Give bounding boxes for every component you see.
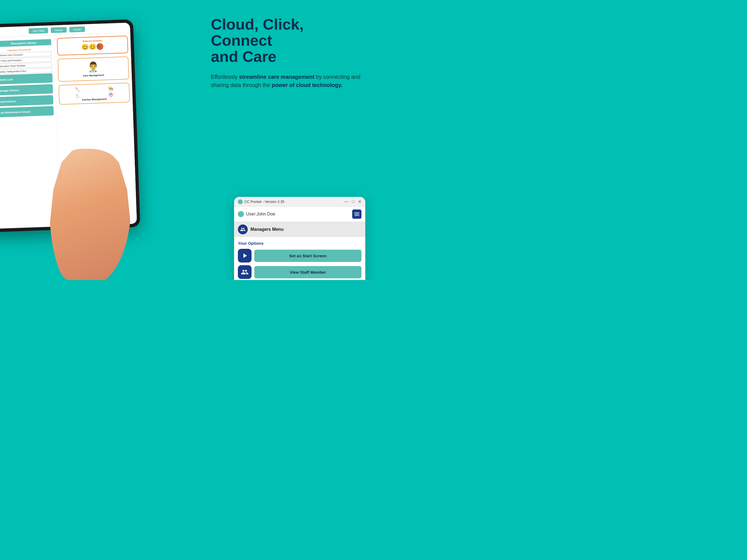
description-text: Effortlessly streamline care management … [211,73,363,89]
get-help-button[interactable]: Get Help [28,28,48,34]
user-label: User:John Doe [246,212,275,217]
set-start-screen-button[interactable]: Set as Start Screen [254,250,361,262]
hamburger-menu-button[interactable] [352,209,361,219]
managers-bar: Managers Menu [234,222,365,237]
referral-card[interactable]: Referral Scheme 😊😊🏀 [57,35,128,55]
document-library-button[interactable]: Document Library [0,39,51,47]
sidebar-header: 👤 Document Library [0,38,51,48]
description-bold-2: power of cloud technology. [272,82,343,88]
user-avatar-icon [238,211,244,217]
phone-title-bar: CC Pocket - Version 2.35 — □ ✕ [234,197,365,207]
managers-label: Managers Menu [251,227,284,232]
kitchen-management-card[interactable]: 🥄👨‍🍳 🍴👘 Kitchen Management [58,82,130,105]
minimize-button[interactable]: — [344,199,349,204]
description-normal-1: Effortlessly [211,74,239,80]
menu-line-1 [354,212,359,213]
kitchen-icons: 🥄👨‍🍳 🍴👘 [61,85,127,99]
options-section: Your Options Set as Start Screen View St… [234,237,365,280]
cc-pocket-icon [238,199,243,204]
care-management-card[interactable]: 👨‍⚕️ Care Management [58,56,129,82]
log-maintenance-button[interactable]: ⚙️ Log Maintenance Issues [0,106,54,118]
play-icon-circle [238,249,252,262]
hand-image [49,149,131,280]
headline-line1: Cloud, Click, [211,16,304,33]
window-buttons[interactable]: — □ ✕ [344,199,361,204]
view-staff-member-button[interactable]: View Staff Member [254,266,361,278]
phone-title-left: CC Pocket - Version 2.35 [238,199,284,204]
supervisions-button[interactable]: 👥 Supervisions [0,95,54,107]
headline: Cloud, Click, Connect and Care [211,17,363,65]
description-bold-1: streamline care management [239,74,314,80]
right-section: Cloud, Click, Connect and Care Effortles… [205,0,374,280]
headline-line3: and Care [211,48,277,65]
your-options-heading: Your Options [238,241,361,246]
menu-line-2 [354,214,359,214]
user-info: User:John Doe [238,211,275,217]
close-button[interactable]: ✕ [358,199,361,204]
managers-icon [238,225,248,234]
manage-visitors-button[interactable]: 📖 Manage Visitors [0,84,53,96]
finish-button[interactable]: Finish [69,27,85,32]
tablet-sidebar: 👤 Document Library Important Documents D… [0,35,61,228]
referral-icons: 😊😊🏀 [60,42,125,52]
view-staff-row: View Staff Member [238,265,361,279]
maximize-button[interactable]: □ [352,199,355,204]
phone-title-text: CC Pocket - Version 2.35 [244,200,284,204]
phone-mockup: CC Pocket - Version 2.35 — □ ✕ User:John… [234,197,365,280]
care-icon: 👨‍⚕️ [60,60,126,74]
left-section: Get Help Home Finish 👤 Document Library … [0,0,205,280]
staff-icon-circle [238,265,252,279]
menu-line-3 [354,215,359,216]
set-start-screen-row: Set as Start Screen [238,249,361,262]
home-button[interactable]: Home [51,27,67,33]
phone-user-bar: User:John Doe [234,207,365,222]
headline-line2: Connect [211,32,272,49]
checklists-button[interactable]: 📋 Check Lists [0,73,53,85]
